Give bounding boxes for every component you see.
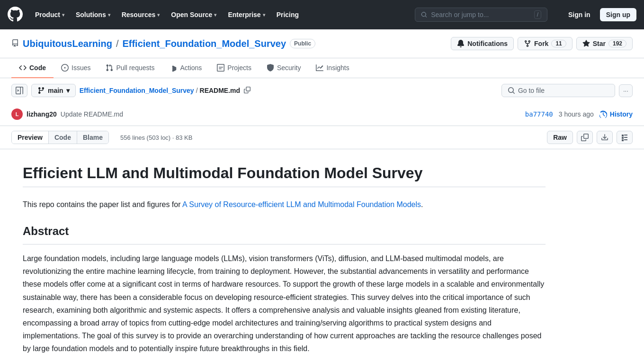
file-toolbar: Preview Code Blame 556 lines (503 loc) ·… [0,126,644,149]
file-header-left: main ▾ Efficient_Foundation_Model_Survey… [11,84,250,97]
file-toolbar-left: Preview Code Blame 556 lines (503 loc) ·… [11,131,192,144]
bell-icon [457,40,465,47]
commit-time: 3 hours ago [559,110,594,118]
security-icon [267,64,274,72]
tab-security[interactable]: Security [259,58,309,78]
repo-name-link[interactable]: Efficient_Foundation_Model_Survey [122,38,286,49]
code-icon [19,64,27,72]
tab-actions[interactable]: Actions [162,58,209,78]
download-icon [601,134,608,141]
commit-message: Update README.md [61,110,123,118]
chevron-down-icon: ▾ [66,87,70,94]
copy-raw-button[interactable] [577,131,593,144]
chevron-down-icon: ▾ [263,12,265,18]
commit-author-link[interactable]: lizhang20 [27,110,57,118]
breadcrumb-repo-link[interactable]: Efficient_Foundation_Model_Survey [80,87,194,94]
copy-path-button[interactable] [244,87,250,95]
actions-icon [170,64,177,72]
file-view-tabs: Preview Code Blame [11,131,109,144]
branch-selector[interactable]: main ▾ [31,84,76,97]
tab-insights[interactable]: Insights [308,58,357,78]
visibility-badge: Public [290,39,315,48]
search-input[interactable] [431,11,530,18]
nav-items: Product ▾ Solutions ▾ Resources ▾ Open S… [30,7,304,22]
search-bar[interactable]: / [415,8,547,22]
chevron-down-icon: ▾ [62,12,64,18]
repo-icon [11,38,19,49]
star-icon [582,40,590,47]
pr-icon [106,64,113,72]
readme-body: This repo contains the paper list and fi… [23,199,546,355]
search-icon [421,11,427,18]
chevron-down-icon: ▾ [214,12,216,18]
nav-product[interactable]: Product ▾ [30,7,69,22]
github-logo[interactable] [8,7,23,23]
signup-button[interactable]: Sign up [600,8,636,21]
branch-icon [37,87,45,94]
outline-button[interactable] [617,131,633,144]
abstract-title: Abstract [23,222,546,244]
nav-resources[interactable]: Resources ▾ [117,7,165,22]
nav-solutions[interactable]: Solutions ▾ [71,7,115,22]
copy-icon [581,134,589,141]
file-stats: 556 lines (503 loc) · 83 KB [120,134,192,141]
sidebar-icon [16,87,23,94]
avatar: L [11,109,23,120]
star-button[interactable]: Star 192 [576,37,633,50]
issue-icon [61,64,69,72]
tab-blame[interactable]: Blame [77,131,108,144]
file-header-right: Go to file ··· [501,84,633,97]
top-navigation: Product ▾ Solutions ▾ Resources ▾ Open S… [0,0,644,29]
tab-projects[interactable]: Projects [209,58,259,78]
commit-info-left: L lizhang20 Update README.md [11,109,123,120]
tab-code-view[interactable]: Code [49,131,77,144]
history-icon [599,110,607,118]
search-shortcut: / [534,10,541,19]
goto-file-button[interactable]: Go to file [501,84,615,97]
projects-icon [217,64,224,72]
tab-issues[interactable]: Issues [54,58,98,78]
search-icon [508,87,515,94]
raw-button[interactable]: Raw [547,131,573,144]
repo-tabs: Code Issues Pull requests Actions Projec… [0,58,644,78]
nav-pricing[interactable]: Pricing [272,7,304,22]
commit-hash-link[interactable]: ba77740 [525,110,553,118]
chevron-down-icon: ▾ [157,12,160,18]
repo-owner-link[interactable]: UbiquitousLearning [23,38,112,49]
fork-icon [524,40,531,47]
star-count: 192 [608,40,626,47]
readme-content: Efficient LLM and Multimodal Foundation … [0,149,568,362]
nav-enterprise[interactable]: Enterprise ▾ [223,7,269,22]
history-button[interactable]: History [599,110,633,118]
commit-row: L lizhang20 Update README.md ba77740 3 h… [0,103,644,126]
tab-preview[interactable]: Preview [12,131,49,144]
signin-button[interactable]: Sign in [563,8,596,21]
repo-title: UbiquitousLearning / Efficient_Foundatio… [11,38,315,49]
sidebar-toggle-button[interactable] [11,84,27,97]
fork-count: 11 [551,40,566,47]
file-toolbar-right: Raw [547,131,633,144]
readme-paper-link[interactable]: A Survey of Resource-efficient LLM and M… [182,200,421,208]
commit-info-right: ba77740 3 hours ago History [525,110,633,118]
file-header: main ▾ Efficient_Foundation_Model_Survey… [0,78,644,103]
list-icon [621,134,628,141]
fork-button[interactable]: Fork 11 [518,37,572,50]
breadcrumb: Efficient_Foundation_Model_Survey / READ… [80,87,250,95]
readme-intro: This repo contains the paper list and fi… [23,199,546,211]
readme-title: Efficient LLM and Multimodal Foundation … [23,164,546,187]
repo-action-buttons: Notifications Fork 11 Star 192 [451,37,633,50]
auth-buttons: Sign in Sign up [563,8,636,21]
abstract-text: Large foundation models, including large… [23,252,546,355]
nav-opensource[interactable]: Open Source ▾ [166,7,221,22]
insights-icon [316,64,323,72]
notifications-button[interactable]: Notifications [451,37,514,50]
breadcrumb-file: README.md [200,87,241,94]
tab-code[interactable]: Code [11,58,54,78]
tab-pull-requests[interactable]: Pull requests [98,58,162,78]
more-options-button[interactable]: ··· [619,84,633,97]
chevron-down-icon: ▾ [108,12,110,18]
repo-header: UbiquitousLearning / Efficient_Foundatio… [0,29,644,58]
download-button[interactable] [597,131,613,144]
